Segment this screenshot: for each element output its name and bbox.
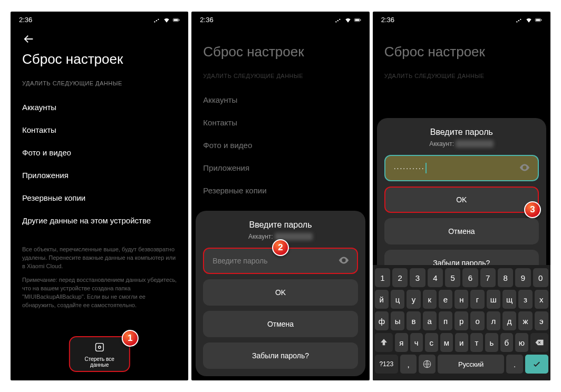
shift-key[interactable] <box>375 333 393 352</box>
key[interactable]: ь <box>485 333 498 352</box>
key[interactable]: 4 <box>428 268 443 287</box>
spacebar[interactable]: Русский <box>438 355 504 374</box>
erase-all-button[interactable]: Стереть все данные 1 <box>69 336 130 372</box>
status-icons <box>516 16 542 24</box>
cancel-button[interactable]: Отмена <box>203 311 357 337</box>
language-key[interactable] <box>419 355 436 374</box>
key[interactable]: 0 <box>533 268 548 287</box>
key[interactable]: к <box>423 290 437 309</box>
erase-button-wrap: Стереть все данные 1 <box>69 336 130 372</box>
symbols-key[interactable]: ?123 <box>375 355 398 374</box>
status-time: 2:36 <box>200 16 213 24</box>
svg-point-15 <box>518 20 519 21</box>
key[interactable]: 1 <box>375 268 390 287</box>
period-key[interactable]: . <box>506 355 523 374</box>
password-placeholder: Введите пароль <box>212 257 267 265</box>
data-item-accounts[interactable]: Аккаунты <box>22 96 177 119</box>
page-title: Сброс настроек <box>384 44 539 60</box>
ok-button[interactable]: OK <box>203 279 357 306</box>
status-time: 2:36 <box>381 16 394 24</box>
status-bar: 2:36 <box>11 12 188 26</box>
data-item-contacts[interactable]: Контакты <box>22 119 177 141</box>
key[interactable]: ю <box>515 333 528 352</box>
key[interactable]: э <box>535 311 548 330</box>
kb-row-3: фывапролджэ <box>375 311 548 330</box>
key[interactable]: й <box>375 290 389 309</box>
data-item-apps[interactable]: Приложения <box>22 164 177 187</box>
key[interactable]: б <box>500 333 514 352</box>
key[interactable]: н <box>454 290 468 309</box>
key[interactable]: и <box>455 333 468 352</box>
password-input[interactable]: ·········· <box>384 155 539 181</box>
password-input[interactable]: Введите пароль 2 <box>203 248 357 274</box>
check-icon <box>532 359 541 369</box>
arrow-left-icon <box>23 33 35 45</box>
cancel-button[interactable]: Отмена <box>384 218 539 244</box>
key[interactable]: ф <box>375 311 389 330</box>
content-area: Сброс настроек УДАЛИТЬ СЛЕДУЮЩИЕ ДАННЫЕ <box>373 44 550 79</box>
key[interactable]: у <box>407 290 420 309</box>
data-item-apps: Приложения <box>203 156 357 179</box>
svg-rect-19 <box>541 19 541 20</box>
key[interactable]: л <box>487 311 500 330</box>
back-button[interactable] <box>11 26 188 49</box>
key[interactable]: д <box>502 311 516 330</box>
key[interactable]: х <box>535 290 548 309</box>
key[interactable]: щ <box>502 290 516 309</box>
key[interactable]: р <box>454 311 468 330</box>
key[interactable]: я <box>395 333 408 352</box>
comma-key[interactable]: , <box>400 355 417 374</box>
data-item-other[interactable]: Другие данные на этом устройстве <box>22 209 177 232</box>
section-header: УДАЛИТЬ СЛЕДУЮЩИЕ ДАННЫЕ <box>203 73 357 79</box>
key[interactable]: о <box>470 311 484 330</box>
svg-rect-6 <box>95 344 103 351</box>
key[interactable]: з <box>518 290 532 309</box>
key[interactable]: 6 <box>462 268 478 287</box>
key[interactable]: с <box>425 333 438 352</box>
key[interactable]: 8 <box>498 268 513 287</box>
key[interactable]: ч <box>410 333 423 352</box>
kb-row-2: йцукенгшщзх <box>375 290 548 309</box>
key[interactable]: а <box>423 311 437 330</box>
eye-icon <box>519 162 530 173</box>
key[interactable]: 3 <box>410 268 425 287</box>
phone-screen-2: 2:36 Сброс настроек УДАЛИТЬ СЛЕДУЮЩИЕ ДА… <box>191 12 369 380</box>
key[interactable]: е <box>439 290 452 309</box>
key[interactable]: м <box>440 333 453 352</box>
svg-rect-13 <box>360 19 361 20</box>
eye-icon <box>338 254 350 266</box>
key[interactable]: 2 <box>392 268 408 287</box>
toggle-password-visibility[interactable] <box>338 254 350 268</box>
toggle-password-visibility[interactable] <box>519 162 530 175</box>
enter-key[interactable] <box>525 355 548 374</box>
key[interactable]: ц <box>391 290 404 309</box>
key[interactable]: п <box>439 311 452 330</box>
battery-icon <box>354 16 361 24</box>
data-item-backups[interactable]: Резервные копии <box>22 187 177 209</box>
annotation-badge-3: 3 <box>524 201 541 218</box>
section-header: УДАЛИТЬ СЛЕДУЮЩИЕ ДАННЫЕ <box>22 80 177 86</box>
key[interactable]: ж <box>518 311 532 330</box>
key[interactable]: 9 <box>515 268 530 287</box>
forgot-password-button[interactable]: Забыли пароль? <box>203 342 357 369</box>
svg-point-8 <box>335 21 336 22</box>
ok-button[interactable]: OK 3 <box>384 187 539 213</box>
key[interactable]: 7 <box>480 268 496 287</box>
status-icons <box>335 16 361 24</box>
key[interactable]: т <box>470 333 483 352</box>
key[interactable]: ы <box>391 311 404 330</box>
key[interactable]: ш <box>487 290 500 309</box>
annotation-badge-2: 2 <box>272 239 289 256</box>
key[interactable]: г <box>470 290 484 309</box>
password-modal: Введите пароль Аккаунт: xxxxxx ·········… <box>377 118 546 283</box>
note-text: Все объекты, перечисленные выше, будут б… <box>22 246 177 310</box>
backspace-key[interactable] <box>530 333 548 352</box>
modal-title: Введите пароль <box>203 220 357 230</box>
key[interactable]: в <box>407 311 420 330</box>
phone-screen-3: 2:36 Сброс настроек УДАЛИТЬ СЛЕДУЮЩИЕ ДА… <box>373 12 550 380</box>
svg-rect-12 <box>355 19 359 21</box>
data-item-photos[interactable]: Фото и видео <box>22 141 177 164</box>
key[interactable]: 5 <box>445 268 460 287</box>
shift-icon <box>379 338 389 347</box>
wifi-icon <box>344 16 352 24</box>
